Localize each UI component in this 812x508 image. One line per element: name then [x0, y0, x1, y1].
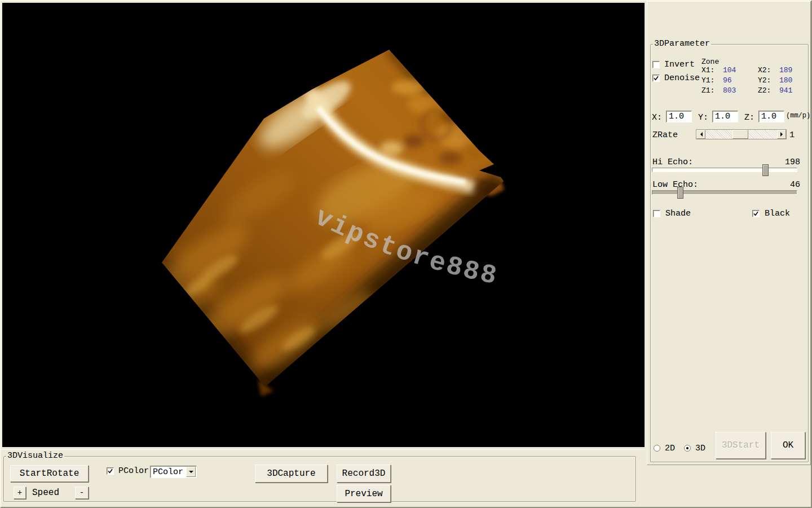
zone-y2-value: 180 — [779, 76, 812, 85]
mode-2d-radio[interactable] — [654, 445, 660, 452]
ultrasound-render: vipstore888 — [2, 3, 645, 447]
denoise-label: Denoise — [664, 73, 700, 83]
zrate-scroll-left-button[interactable] — [696, 130, 705, 139]
record-3d-button[interactable]: Record3D — [337, 465, 391, 483]
zone-x1-label: X1: — [701, 66, 723, 75]
check-icon — [753, 211, 758, 216]
zone-z2-value: 941 — [779, 86, 812, 95]
viewport-3d[interactable]: vipstore888 — [2, 3, 645, 447]
hi-echo-slider-thumb[interactable] — [762, 164, 769, 176]
dropdown-arrow-icon — [189, 471, 193, 475]
visualize-group-title: 3DVisualize — [6, 452, 64, 460]
parameter-panel: 3DParameter Invert Denoise Zone X1: 104 … — [647, 1, 811, 465]
scale-unit-label: (mm/p) — [786, 112, 810, 120]
ok-button[interactable]: OK — [771, 432, 805, 459]
x-scale-label: X: — [652, 113, 662, 122]
zrate-value: 1 — [789, 130, 795, 140]
pcolor-dropdown-button[interactable] — [186, 467, 196, 477]
speed-plus-button[interactable]: + — [14, 487, 26, 499]
check-icon — [654, 76, 659, 81]
zone-y1-value: 96 — [723, 76, 758, 85]
speed-label: Speed — [32, 488, 59, 498]
pcolor-checkbox-label: PColor — [118, 466, 149, 476]
mode-3d-radio[interactable] — [684, 445, 691, 452]
zone-y2-label: Y2: — [758, 76, 779, 85]
black-checkbox[interactable] — [752, 210, 760, 217]
zone-x2-value: 189 — [779, 66, 812, 75]
start3d-button[interactable]: 3DStart — [716, 432, 766, 459]
denoise-checkbox[interactable] — [652, 75, 660, 82]
y-scale-label: Y: — [698, 113, 708, 122]
speed-minus-button[interactable]: - — [75, 487, 89, 499]
mode-3d-label: 3D — [695, 444, 705, 453]
mode-2d-label: 2D — [665, 444, 675, 453]
z-scale-input[interactable] — [758, 111, 784, 122]
visualize-panel: 3DVisualize StartRotate PColor PColor + … — [1, 449, 645, 506]
parameter-group: 3DParameter — [650, 40, 809, 462]
invert-label: Invert — [664, 60, 695, 69]
parameter-group-title: 3DParameter — [653, 40, 711, 48]
low-echo-slider[interactable] — [652, 190, 797, 195]
zone-grid: X1: 104 X2: 189 Y1: 96 Y2: 180 Z1: 803 Z… — [701, 66, 812, 95]
zone-x1-value: 104 — [723, 66, 758, 75]
scroll-right-icon — [780, 132, 785, 137]
zone-z1-label: Z1: — [701, 86, 723, 95]
preview-button[interactable]: Preview — [337, 485, 391, 502]
pcolor-dropdown-value: PColor — [151, 467, 186, 477]
low-echo-label: Low Echo: — [652, 180, 698, 190]
z-scale-label: Z: — [744, 113, 754, 122]
radio-dot-icon — [686, 447, 689, 449]
pcolor-dropdown[interactable]: PColor — [150, 466, 197, 478]
zrate-scrollbar-thumb[interactable] — [732, 130, 748, 139]
zrate-label: ZRate — [652, 130, 678, 140]
zone-title: Zone — [701, 58, 719, 66]
hi-echo-slider[interactable] — [652, 168, 797, 172]
zone-z2-label: Z2: — [758, 86, 779, 95]
pcolor-checkbox[interactable] — [107, 467, 114, 475]
zrate-scrollbar[interactable] — [696, 129, 787, 139]
black-label: Black — [765, 209, 790, 218]
zone-z1-value: 803 — [723, 86, 758, 95]
zone-x2-label: X2: — [758, 66, 779, 75]
x-scale-input[interactable] — [666, 111, 692, 122]
scroll-left-icon — [698, 132, 703, 137]
hi-echo-value: 198 — [785, 157, 800, 167]
low-echo-slider-thumb[interactable] — [677, 187, 683, 199]
zrate-scroll-right-button[interactable] — [777, 130, 786, 139]
invert-checkbox[interactable] — [652, 61, 660, 68]
zone-y1-label: Y1: — [701, 76, 723, 85]
shade-label: Shade — [665, 209, 691, 218]
capture-3d-button[interactable]: 3DCapture — [255, 465, 328, 483]
hi-echo-label: Hi Echo: — [652, 157, 693, 167]
shade-checkbox[interactable] — [653, 210, 660, 217]
start-rotate-button[interactable]: StartRotate — [10, 465, 89, 482]
low-echo-value: 46 — [790, 180, 800, 190]
check-icon — [108, 468, 113, 474]
y-scale-input[interactable] — [712, 111, 738, 122]
